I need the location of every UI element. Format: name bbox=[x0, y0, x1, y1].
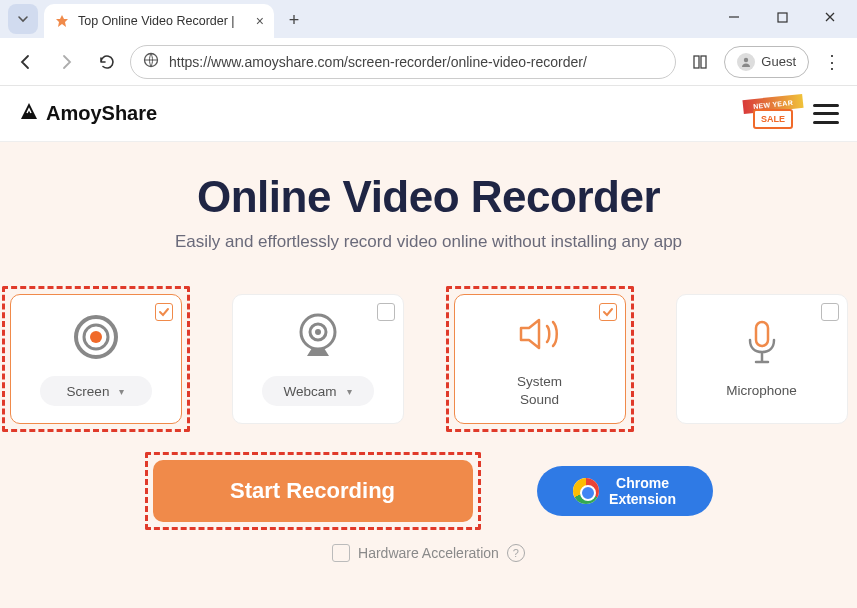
arrow-left-icon bbox=[17, 53, 35, 71]
reload-button[interactable] bbox=[90, 46, 122, 78]
arrow-right-icon bbox=[57, 53, 75, 71]
system-sound-card[interactable]: System Sound bbox=[454, 294, 626, 424]
page-subtitle: Easily and effortlessly record video onl… bbox=[40, 232, 817, 252]
system-sound-checkbox[interactable] bbox=[599, 303, 617, 321]
svg-rect-13 bbox=[756, 322, 768, 346]
microphone-checkbox[interactable] bbox=[821, 303, 839, 321]
actions-row: Start Recording Chrome Extension bbox=[40, 452, 817, 530]
chevron-down-icon: ▾ bbox=[347, 386, 352, 397]
hamburger-bar bbox=[813, 112, 839, 115]
forward-button[interactable] bbox=[50, 46, 82, 78]
chrome-extension-button[interactable]: Chrome Extension bbox=[537, 466, 713, 516]
site-info-icon[interactable] bbox=[143, 52, 159, 71]
hardware-accel-row: Hardware Acceleration ? bbox=[40, 544, 817, 562]
browser-tab[interactable]: Top Online Video Recorder | × bbox=[44, 4, 274, 38]
sale-badge[interactable]: NEW YEAR SALE bbox=[747, 95, 799, 133]
url-text: https://www.amoyshare.com/screen-recorde… bbox=[169, 54, 663, 70]
screen-dropdown[interactable]: Screen ▾ bbox=[40, 376, 152, 406]
minimize-button[interactable] bbox=[713, 2, 755, 32]
profile-button[interactable]: Guest bbox=[724, 46, 809, 78]
screen-card-highlight: Screen ▾ bbox=[2, 286, 190, 432]
tab-search-button[interactable] bbox=[8, 4, 38, 34]
webcam-icon bbox=[295, 312, 341, 362]
avatar-icon bbox=[737, 53, 755, 71]
minimize-icon bbox=[728, 11, 740, 23]
microphone-card-wrap: Microphone bbox=[668, 286, 856, 432]
browser-toolbar: https://www.amoyshare.com/screen-recorde… bbox=[0, 38, 857, 86]
back-button[interactable] bbox=[10, 46, 42, 78]
browser-titlebar: Top Online Video Recorder | × + bbox=[0, 0, 857, 38]
svg-rect-2 bbox=[778, 13, 787, 22]
close-window-button[interactable] bbox=[809, 2, 851, 32]
maximize-icon bbox=[777, 12, 788, 23]
svg-point-9 bbox=[90, 331, 102, 343]
hardware-accel-label: Hardware Acceleration bbox=[358, 545, 499, 561]
start-label: Start Recording bbox=[230, 478, 395, 504]
svg-marker-0 bbox=[56, 15, 68, 27]
record-icon bbox=[71, 312, 121, 362]
page-content: Online Video Recorder Easily and effortl… bbox=[0, 142, 857, 608]
check-icon bbox=[158, 306, 170, 318]
chrome-icon bbox=[573, 478, 599, 504]
microphone-label: Microphone bbox=[726, 382, 797, 400]
window-controls bbox=[713, 2, 857, 38]
screen-card[interactable]: Screen ▾ bbox=[10, 294, 182, 424]
svg-point-12 bbox=[315, 329, 321, 335]
logo-mark-icon bbox=[18, 100, 40, 127]
speaker-icon bbox=[515, 309, 565, 359]
hardware-accel-checkbox[interactable] bbox=[332, 544, 350, 562]
start-button-highlight: Start Recording bbox=[145, 452, 481, 530]
start-recording-button[interactable]: Start Recording bbox=[153, 460, 473, 522]
hamburger-bar bbox=[813, 121, 839, 124]
hamburger-bar bbox=[813, 104, 839, 107]
svg-rect-5 bbox=[701, 56, 706, 68]
system-sound-card-highlight: System Sound bbox=[446, 286, 634, 432]
tab-close-button[interactable]: × bbox=[256, 13, 264, 29]
source-cards: Screen ▾ Webcam ▾ bbox=[40, 286, 817, 432]
svg-point-6 bbox=[744, 57, 748, 61]
reload-icon bbox=[98, 53, 115, 70]
profile-label: Guest bbox=[761, 54, 796, 69]
sale-body-text: SALE bbox=[753, 109, 793, 129]
webcam-dropdown[interactable]: Webcam ▾ bbox=[262, 376, 374, 406]
system-sound-label: System Sound bbox=[517, 373, 562, 408]
webcam-label: Webcam bbox=[283, 384, 336, 399]
site-menu-button[interactable] bbox=[813, 104, 839, 124]
reader-icon bbox=[692, 54, 708, 70]
webcam-card-wrap: Webcam ▾ bbox=[224, 286, 412, 432]
chevron-down-icon bbox=[17, 13, 29, 25]
tab-title: Top Online Video Recorder | bbox=[78, 14, 248, 28]
site-logo[interactable]: AmoyShare bbox=[18, 100, 157, 127]
reader-mode-button[interactable] bbox=[684, 46, 716, 78]
extension-label: Chrome Extension bbox=[609, 475, 676, 507]
tab-favicon-icon bbox=[54, 13, 70, 29]
logo-text: AmoyShare bbox=[46, 102, 157, 125]
webcam-checkbox[interactable] bbox=[377, 303, 395, 321]
page-title: Online Video Recorder bbox=[40, 172, 817, 222]
address-bar[interactable]: https://www.amoyshare.com/screen-recorde… bbox=[130, 45, 676, 79]
new-tab-button[interactable]: + bbox=[280, 6, 308, 34]
microphone-card[interactable]: Microphone bbox=[676, 294, 848, 424]
help-icon[interactable]: ? bbox=[507, 544, 525, 562]
screen-label: Screen bbox=[67, 384, 110, 399]
microphone-icon bbox=[744, 318, 780, 368]
close-icon bbox=[824, 11, 836, 23]
maximize-button[interactable] bbox=[761, 2, 803, 32]
site-header: AmoyShare NEW YEAR SALE bbox=[0, 86, 857, 142]
webcam-card[interactable]: Webcam ▾ bbox=[232, 294, 404, 424]
browser-menu-button[interactable]: ⋮ bbox=[817, 47, 847, 77]
svg-rect-4 bbox=[694, 56, 699, 68]
chevron-down-icon: ▾ bbox=[119, 386, 124, 397]
screen-checkbox[interactable] bbox=[155, 303, 173, 321]
check-icon bbox=[602, 306, 614, 318]
